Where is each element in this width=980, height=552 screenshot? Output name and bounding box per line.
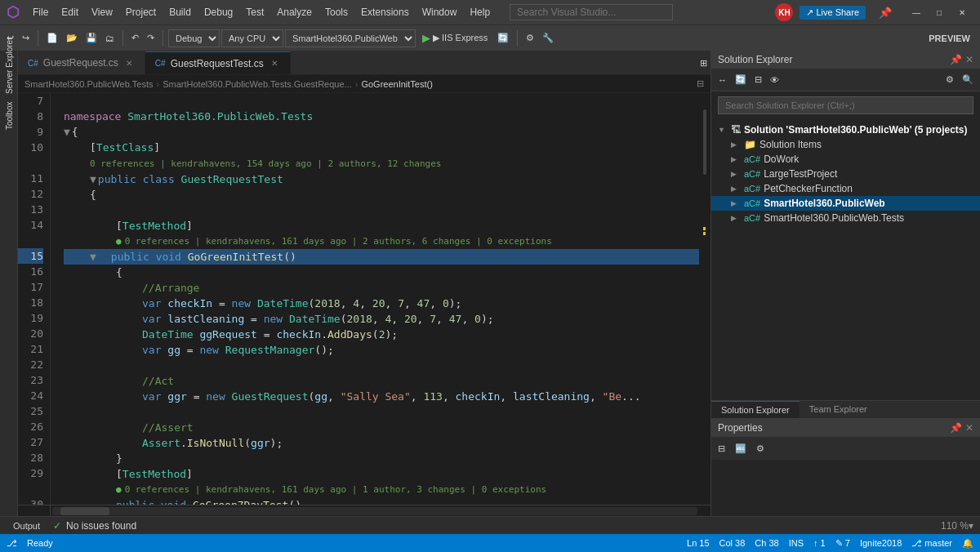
code-text[interactable]: namespace SmartHotel360.PublicWeb.Tests … bbox=[51, 93, 699, 505]
ins-status[interactable]: INS bbox=[789, 538, 804, 548]
git-icon-area[interactable]: ⎇ bbox=[7, 538, 17, 549]
menu-analyze[interactable]: Analyze bbox=[270, 3, 318, 21]
se-close-icon[interactable]: ✕ bbox=[965, 54, 973, 65]
breadcrumb-class[interactable]: SmartHotel360.PublicWeb.Tests.GuestReque… bbox=[163, 79, 352, 89]
code-editor[interactable]: 7 8 9 10 11 12 13 14 15 16 17 18 19 20 2… bbox=[18, 93, 710, 505]
tab-solution-explorer[interactable]: Solution Explorer bbox=[711, 401, 800, 418]
redo-button[interactable]: ↷ bbox=[144, 31, 158, 45]
toolbar-extra[interactable]: 🔧 bbox=[539, 31, 557, 45]
prop-properties-button[interactable]: ⚙ bbox=[753, 442, 768, 456]
new-file-button[interactable]: 📄 bbox=[43, 31, 61, 45]
open-file-button[interactable]: 📂 bbox=[63, 31, 81, 45]
se-show-all-button[interactable]: 👁 bbox=[767, 73, 782, 87]
breadcrumb-sep-2: › bbox=[355, 79, 359, 89]
window-controls: — □ ✕ bbox=[905, 4, 973, 20]
tab-guestrequesttest[interactable]: C# GuestRequestTest.cs ✕ bbox=[145, 51, 291, 74]
zoom-dropdown-arrow[interactable]: ▾ bbox=[969, 520, 973, 532]
tree-item-petchecker[interactable]: ▶ aC# PetCheckerFunction bbox=[711, 181, 980, 196]
notification-bell-icon[interactable]: 🔔 bbox=[962, 538, 973, 549]
pin-icon[interactable]: 📌 bbox=[872, 3, 898, 22]
editor-scrollbar[interactable] bbox=[699, 93, 710, 505]
changes-count[interactable]: ✎ 7 bbox=[835, 538, 850, 549]
test-status-icon-2: ● bbox=[116, 482, 122, 497]
test-status-icon: ● bbox=[116, 234, 122, 249]
menu-window[interactable]: Window bbox=[416, 3, 464, 21]
menu-extensions[interactable]: Extensions bbox=[354, 3, 416, 21]
tree-arrow-dowork: ▶ bbox=[731, 155, 741, 163]
se-properties-button[interactable]: ⚙ bbox=[942, 73, 957, 87]
menu-file[interactable]: File bbox=[26, 3, 55, 21]
menu-build[interactable]: Build bbox=[163, 3, 198, 21]
tree-item-dowork[interactable]: ▶ aC# DoWork bbox=[711, 152, 980, 167]
project-dropdown[interactable]: SmartHotel360.PublicWeb bbox=[285, 29, 416, 47]
menu-project[interactable]: Project bbox=[119, 3, 163, 21]
tab-guestrequest[interactable]: C# GuestRequest.cs ✕ bbox=[18, 51, 145, 74]
user-avatar[interactable]: KH bbox=[775, 3, 793, 21]
global-search-input[interactable] bbox=[510, 4, 673, 20]
prop-close-icon[interactable]: ✕ bbox=[965, 422, 973, 434]
prop-pin-icon[interactable]: 📌 bbox=[950, 422, 962, 434]
menu-view[interactable]: View bbox=[85, 3, 119, 21]
output-tab[interactable]: Output bbox=[7, 519, 47, 532]
ch-status[interactable]: Ch 38 bbox=[755, 538, 778, 548]
split-button[interactable]: ⊟ bbox=[697, 78, 704, 89]
menu-edit[interactable]: Edit bbox=[55, 3, 85, 21]
prop-alpha-button[interactable]: 🔤 bbox=[732, 442, 750, 456]
close-button[interactable]: ✕ bbox=[951, 4, 973, 20]
tree-item-solution-items[interactable]: ▶ 📁 Solution Items bbox=[711, 137, 980, 152]
forward-button[interactable]: ↪ bbox=[19, 31, 33, 45]
toolbar-more-buttons[interactable]: ⚙ bbox=[523, 31, 537, 45]
ln-col-status[interactable]: Ln 15 bbox=[687, 538, 710, 548]
tree-item-publicweb[interactable]: ▶ aC# SmartHotel360.PublicWeb bbox=[711, 196, 980, 211]
toolbox-icon[interactable]: Toolbox bbox=[1, 108, 17, 124]
code-line-12: { bbox=[64, 187, 699, 203]
se-pin-icon[interactable]: 📌 bbox=[950, 54, 962, 65]
se-refresh-button[interactable]: 🔄 bbox=[732, 73, 750, 87]
code-line-7 bbox=[64, 93, 699, 109]
tab-team-explorer[interactable]: Team Explorer bbox=[800, 401, 877, 418]
server-explorer-icon[interactable]: Server Explorer bbox=[1, 57, 17, 73]
run-button[interactable]: ▶ ▶ IIS Express bbox=[417, 30, 492, 46]
code-line-13 bbox=[64, 203, 699, 218]
close-tab-guestrequesttest[interactable]: ✕ bbox=[269, 58, 280, 69]
minimize-button[interactable]: — bbox=[905, 4, 928, 20]
save-button[interactable]: 💾 bbox=[82, 31, 100, 45]
preview-button[interactable]: PREVIEW bbox=[922, 32, 977, 45]
tree-item-largetestproject[interactable]: ▶ aC# LargeTestProject bbox=[711, 167, 980, 181]
code-line-18: var checkIn = new DateTime(2018, 4, 20, … bbox=[64, 296, 699, 311]
debug-config-dropdown[interactable]: Debug bbox=[168, 29, 220, 47]
maximize-button[interactable]: □ bbox=[928, 4, 951, 20]
menu-debug[interactable]: Debug bbox=[198, 3, 239, 21]
breadcrumb-project[interactable]: SmartHotel360.PublicWeb.Tests bbox=[24, 79, 154, 89]
refresh-button[interactable]: 🔄 bbox=[494, 31, 512, 45]
close-tab-guestrequest[interactable]: ✕ bbox=[123, 57, 135, 69]
se-sync-button[interactable]: ↔ bbox=[715, 73, 730, 87]
undo-button[interactable]: ↶ bbox=[128, 31, 142, 45]
live-share-button[interactable]: ↗ Live Share bbox=[800, 6, 866, 20]
tree-arrow-solution: ▼ bbox=[718, 126, 728, 134]
menu-test[interactable]: Test bbox=[239, 3, 270, 21]
up-count[interactable]: ↑ 1 bbox=[813, 538, 826, 548]
tree-arrow-solution-items: ▶ bbox=[731, 140, 741, 149]
branch-status[interactable]: ⎇ master bbox=[911, 538, 952, 549]
platform-dropdown[interactable]: Any CPU bbox=[221, 29, 283, 47]
flame-env[interactable]: Ignite2018 bbox=[860, 538, 902, 548]
solution-items-label: Solution Items bbox=[760, 139, 822, 150]
tree-item-solution[interactable]: ▼ 🏗 Solution 'SmartHotel360.PublicWeb' (… bbox=[711, 122, 980, 137]
breadcrumb-sep-1: › bbox=[157, 79, 160, 89]
prop-category-button[interactable]: ⊟ bbox=[715, 442, 728, 456]
col-status[interactable]: Col 38 bbox=[719, 538, 746, 548]
save-all-button[interactable]: 🗂 bbox=[102, 32, 118, 45]
se-search-icon[interactable]: 🔍 bbox=[959, 73, 977, 87]
menu-help[interactable]: Help bbox=[463, 3, 497, 21]
split-editor-button[interactable]: ⊞ bbox=[697, 51, 710, 74]
code-line-17: //Arrange bbox=[64, 280, 699, 296]
tree-item-publicwebtests[interactable]: ▶ aC# SmartHotel360.PublicWeb.Tests bbox=[711, 211, 980, 225]
editor-container: C# GuestRequest.cs ✕ C# GuestRequestTest… bbox=[18, 51, 710, 516]
code-line-29-meta: ● 0 references | kendrahavens, 161 days … bbox=[64, 482, 699, 497]
status-bar: ⎇ Ready Ln 15 Col 38 Ch 38 INS ↑ 1 ✎ 7 I… bbox=[0, 534, 980, 552]
solution-explorer-search-input[interactable] bbox=[718, 96, 973, 114]
breadcrumb-method[interactable]: GoGreenInitTest() bbox=[361, 79, 432, 89]
menu-tools[interactable]: Tools bbox=[318, 3, 354, 21]
se-collapse-button[interactable]: ⊟ bbox=[751, 73, 765, 87]
